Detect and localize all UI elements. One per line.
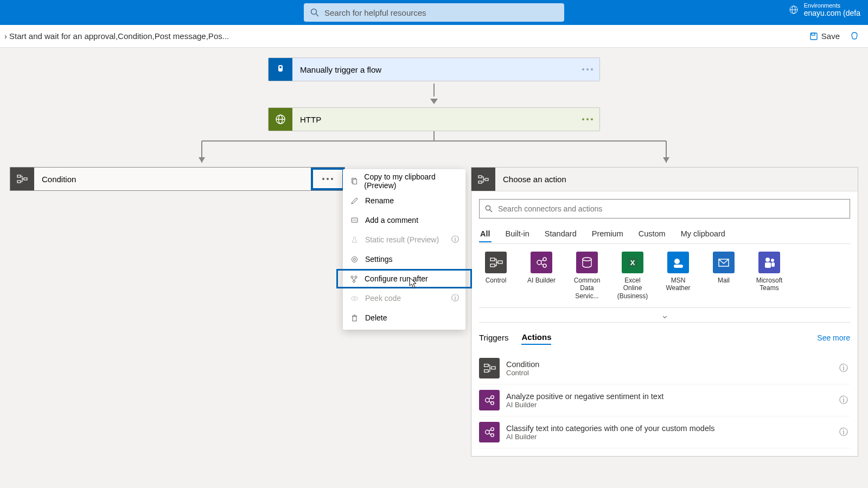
svg-rect-18 <box>478 181 482 183</box>
svg-point-35 <box>765 258 770 262</box>
svg-point-20 <box>486 206 490 210</box>
tab-standard[interactable]: Standard <box>544 226 578 242</box>
save-button[interactable]: Save <box>809 31 840 41</box>
condition-menu[interactable] <box>311 168 344 190</box>
flow-checker-icon[interactable] <box>850 31 859 41</box>
chevron-right-icon: › <box>4 31 7 41</box>
svg-point-61 <box>355 276 357 278</box>
connector-control[interactable]: Control <box>479 252 513 300</box>
svg-marker-12 <box>199 157 205 163</box>
connector-search[interactable] <box>479 199 850 219</box>
tab-builtin[interactable]: Built-in <box>505 226 531 242</box>
ctx-rename[interactable]: Rename <box>343 191 465 210</box>
svg-point-57 <box>355 220 356 221</box>
environment-picker[interactable]: Environments enayu.com (defa <box>789 2 860 17</box>
ctx-settings[interactable]: Settings <box>343 249 465 269</box>
branch-connector <box>0 131 868 169</box>
connector-common-data-servic-[interactable]: Common Data Servic... <box>570 252 604 300</box>
connector-msn-weather[interactable]: MSN Weather <box>661 252 695 300</box>
action-item[interactable]: Classify text into categories with one o… <box>479 416 850 448</box>
condition-card[interactable]: Condition <box>10 167 345 191</box>
pencil-icon <box>350 197 359 205</box>
http-title: HTTP <box>292 108 576 131</box>
tab-custom[interactable]: Custom <box>637 226 667 242</box>
svg-point-43 <box>491 396 494 399</box>
svg-point-62 <box>353 280 355 282</box>
svg-rect-17 <box>478 176 482 178</box>
connector-microsoft-teams[interactable]: Microsoft Teams <box>752 252 786 300</box>
svg-rect-53 <box>353 179 356 184</box>
arrow-down-icon <box>430 99 438 104</box>
copy-icon <box>350 177 358 185</box>
svg-line-29 <box>541 264 543 265</box>
trigger-title: Manually trigger a flow <box>292 58 576 81</box>
tab-all[interactable]: All <box>479 226 492 242</box>
svg-rect-38 <box>771 262 775 267</box>
expand-connectors[interactable]: ⌄ <box>479 307 850 323</box>
svg-line-21 <box>490 210 492 212</box>
search-icon <box>310 8 319 17</box>
connector-mail[interactable]: Mail <box>707 252 741 300</box>
branch-icon <box>350 275 358 283</box>
svg-point-56 <box>354 220 355 221</box>
trigger-card[interactable]: Manually trigger a flow <box>268 57 600 81</box>
svg-point-58 <box>352 256 358 262</box>
action-list: ConditionControlⓘAnalyze positive or neg… <box>479 352 850 448</box>
svg-point-36 <box>771 259 774 262</box>
eye-icon <box>350 294 359 303</box>
action-item[interactable]: Analyze positive or negative sentiment i… <box>479 384 850 416</box>
svg-rect-39 <box>484 364 488 367</box>
svg-rect-14 <box>17 175 21 177</box>
search-input[interactable] <box>324 8 558 17</box>
see-more-link[interactable]: See more <box>817 333 850 342</box>
subtab-triggers[interactable]: Triggers <box>479 331 508 344</box>
http-card[interactable]: HTTP <box>268 107 600 131</box>
svg-rect-65 <box>353 316 356 321</box>
connector-row: ControlAI BuilderCommon Data Servic...XE… <box>479 252 850 300</box>
svg-rect-41 <box>492 367 495 369</box>
svg-rect-22 <box>490 258 495 261</box>
trigger-menu[interactable] <box>576 58 599 81</box>
svg-rect-23 <box>490 264 495 267</box>
connector-ai-builder[interactable]: AI Builder <box>525 252 558 300</box>
ctx-configure-run-after[interactable]: Configure run after <box>336 269 472 288</box>
breadcrumb-text: Start and wait for an approval,Condition… <box>9 31 229 41</box>
svg-rect-6 <box>812 33 815 35</box>
svg-point-33 <box>674 259 680 264</box>
tab-clipboard[interactable]: My clipboard <box>680 226 726 242</box>
ctx-copy[interactable]: Copy to my clipboard (Preview) <box>343 171 465 191</box>
flask-icon <box>350 236 359 244</box>
condition-title: Condition <box>34 168 311 190</box>
gear-icon <box>350 255 359 264</box>
trigger-icon <box>269 58 292 81</box>
http-icon <box>269 108 292 131</box>
svg-point-30 <box>583 258 591 261</box>
svg-rect-16 <box>24 178 27 180</box>
global-search[interactable] <box>304 3 564 22</box>
svg-marker-13 <box>663 157 669 163</box>
category-tabs: All Built-in Standard Premium Custom My … <box>479 226 850 244</box>
subtab-actions[interactable]: Actions <box>521 330 551 345</box>
env-label: Environments <box>804 2 860 9</box>
ctx-comment[interactable]: Add a comment <box>343 210 465 230</box>
http-menu[interactable] <box>576 108 599 131</box>
connector-search-input[interactable] <box>498 204 844 213</box>
svg-rect-37 <box>765 262 771 268</box>
svg-point-8 <box>279 66 282 68</box>
breadcrumb-bar: › Start and wait for an approval,Conditi… <box>0 25 868 48</box>
svg-line-51 <box>489 433 491 435</box>
breadcrumb[interactable]: › Start and wait for an approval,Conditi… <box>4 31 229 41</box>
tab-premium[interactable]: Premium <box>591 226 624 242</box>
connector-excel-online-business-[interactable]: XExcel Online (Business) <box>616 252 649 300</box>
action-item[interactable]: ConditionControlⓘ <box>479 352 850 384</box>
ctx-delete[interactable]: Delete <box>343 308 465 328</box>
svg-point-55 <box>353 220 354 221</box>
trash-icon <box>350 314 359 322</box>
svg-rect-15 <box>17 181 21 183</box>
info-icon: ⓘ <box>839 363 848 374</box>
svg-rect-19 <box>485 178 488 181</box>
svg-point-60 <box>351 276 353 278</box>
svg-point-44 <box>491 402 494 405</box>
env-value: enayu.com (defa <box>804 9 860 17</box>
context-menu: Copy to my clipboard (Preview) Rename Ad… <box>343 169 465 330</box>
